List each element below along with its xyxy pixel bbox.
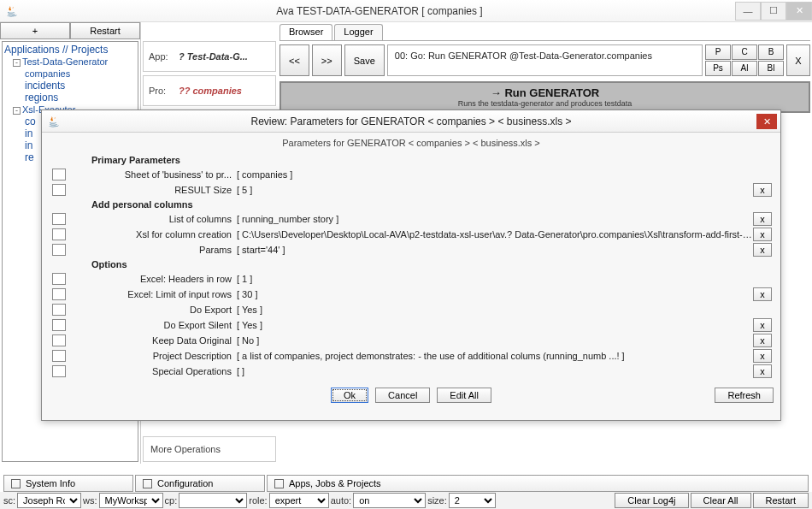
- param-value[interactable]: [ running_number story ]: [235, 214, 753, 224]
- param-row: Params[ start='44' ]x: [49, 242, 774, 257]
- param-value[interactable]: [ ]: [235, 366, 753, 376]
- param-row: Excel: Limit of input rows[ 30 ]x: [49, 287, 774, 302]
- checkbox[interactable]: [274, 479, 284, 488]
- auto-select[interactable]: on: [353, 493, 426, 508]
- param-label: List of columns: [69, 214, 235, 224]
- tab-logger[interactable]: Logger: [334, 24, 382, 40]
- letter-grid: P C B Ps Al Bl: [705, 44, 784, 76]
- minimize-button[interactable]: —: [735, 2, 761, 21]
- param-checkbox[interactable]: [52, 288, 66, 300]
- letter-al[interactable]: Al: [732, 61, 757, 76]
- nav-back[interactable]: <<: [279, 44, 309, 76]
- param-checkbox[interactable]: [52, 213, 66, 225]
- param-x-button[interactable]: x: [753, 287, 772, 301]
- param-value[interactable]: [ companies ]: [235, 169, 774, 180]
- app-label: App:: [149, 51, 179, 62]
- section-primary: Primary Parameters: [91, 153, 774, 167]
- checkbox[interactable]: [143, 479, 152, 488]
- ws-label: ws:: [83, 495, 97, 506]
- tree-title: Applications // Projects: [4, 44, 136, 56]
- param-x-button[interactable]: x: [753, 183, 772, 197]
- sc-select[interactable]: Joseph Roth: [17, 493, 81, 508]
- ok-button[interactable]: Ok: [331, 388, 368, 403]
- param-x-button[interactable]: x: [753, 318, 772, 332]
- app-value: ? Test-Data-G...: [179, 51, 248, 62]
- tree-node-incidents[interactable]: incidents: [25, 80, 136, 92]
- param-row: Do Export[ Yes ]: [49, 302, 774, 317]
- param-checkbox[interactable]: [52, 273, 66, 285]
- cp-select[interactable]: [179, 493, 247, 508]
- section-addcol: Add personal columns: [91, 198, 774, 211]
- maximize-button[interactable]: ☐: [761, 2, 786, 21]
- restart-bottom-button[interactable]: Restart: [753, 493, 809, 508]
- role-select[interactable]: expert: [269, 493, 329, 508]
- param-value[interactable]: [ 1 ]: [235, 274, 774, 284]
- restart-button[interactable]: Restart: [70, 22, 140, 39]
- letter-p[interactable]: P: [705, 44, 731, 60]
- param-x-button[interactable]: x: [753, 243, 772, 257]
- tree-node-regions[interactable]: regions: [25, 92, 136, 104]
- param-checkbox[interactable]: [52, 228, 66, 240]
- clear-log4j-button[interactable]: Clear Log4j: [615, 493, 688, 508]
- checkbox[interactable]: [11, 479, 21, 488]
- param-checkbox[interactable]: [52, 319, 66, 331]
- param-x-button[interactable]: x: [753, 212, 772, 226]
- run-subtitle: Runs the testdata-generator and produces…: [281, 99, 809, 108]
- ws-select[interactable]: MyWorkspace: [99, 493, 163, 508]
- param-label: Excel: Limit of input rows: [69, 289, 235, 299]
- param-value[interactable]: [ 5 ]: [235, 185, 753, 195]
- save-button[interactable]: Save: [344, 44, 385, 76]
- param-value[interactable]: [ 30 ]: [235, 289, 753, 299]
- tree-node-companies[interactable]: companies: [25, 68, 136, 80]
- param-x-button[interactable]: x: [753, 228, 772, 241]
- size-select[interactable]: 2: [449, 493, 496, 508]
- close-button[interactable]: ✕: [786, 2, 812, 21]
- letter-ps[interactable]: Ps: [705, 61, 731, 76]
- system-info[interactable]: System Info: [3, 475, 133, 492]
- tab-browser[interactable]: Browser: [279, 24, 332, 40]
- tree-node-tdg[interactable]: -Test-Data-Generator: [13, 56, 136, 68]
- param-checkbox[interactable]: [52, 184, 66, 196]
- param-checkbox[interactable]: [52, 365, 66, 377]
- window-title: Ava TEST-DATA-GENERATOR [ companies ]: [24, 5, 735, 17]
- param-x-button[interactable]: x: [753, 364, 772, 378]
- dialog-close-button[interactable]: ✕: [756, 114, 777, 129]
- param-label: Special Operations: [69, 366, 235, 376]
- sc-label: sc:: [3, 495, 15, 506]
- param-value[interactable]: [ No ]: [235, 335, 753, 346]
- param-value[interactable]: [ start='44' ]: [235, 245, 753, 255]
- param-value[interactable]: [ Yes ]: [235, 320, 753, 330]
- param-checkbox[interactable]: [52, 169, 66, 181]
- cancel-button[interactable]: Cancel: [375, 388, 430, 403]
- param-checkbox[interactable]: [52, 350, 66, 362]
- x-button[interactable]: X: [786, 44, 810, 76]
- param-x-button[interactable]: x: [753, 334, 772, 347]
- apps-jobs-projects[interactable]: Apps, Jobs & Projects: [267, 475, 809, 492]
- add-button[interactable]: +: [0, 22, 70, 39]
- refresh-button[interactable]: Refresh: [715, 388, 774, 403]
- clear-all-button[interactable]: Clear All: [691, 493, 751, 508]
- collapse-icon[interactable]: -: [13, 59, 21, 67]
- param-value[interactable]: [ Yes ]: [235, 305, 774, 315]
- param-label: Keep Data Original: [69, 335, 235, 346]
- param-value[interactable]: [ a list of companies, project demonstra…: [235, 351, 753, 361]
- more-operations[interactable]: More Operations: [143, 436, 276, 462]
- cp-label: cp:: [165, 495, 178, 506]
- configuration[interactable]: Configuration: [135, 475, 265, 492]
- param-value[interactable]: [ C:\Users\Developer\Desktop\Local-AVA\p…: [235, 229, 753, 240]
- letter-c[interactable]: C: [732, 44, 757, 60]
- param-label: Excel: Headers in row: [69, 274, 235, 284]
- size-label: size:: [427, 495, 447, 506]
- param-checkbox[interactable]: [52, 334, 66, 346]
- param-checkbox[interactable]: [52, 304, 66, 316]
- run-generator-bar[interactable]: → Run GENERATOR Runs the testdata-genera…: [279, 81, 810, 113]
- param-row: Special Operations[ ]x: [49, 364, 774, 379]
- param-checkbox[interactable]: [52, 244, 66, 256]
- collapse-icon[interactable]: -: [13, 107, 21, 115]
- param-x-button[interactable]: x: [753, 349, 772, 363]
- nav-forward[interactable]: >>: [312, 44, 342, 76]
- edit-all-button[interactable]: Edit All: [437, 388, 491, 403]
- letter-b[interactable]: B: [758, 44, 784, 60]
- letter-bl[interactable]: Bl: [758, 61, 784, 76]
- titlebar: Ava TEST-DATA-GENERATOR [ companies ] — …: [0, 0, 812, 22]
